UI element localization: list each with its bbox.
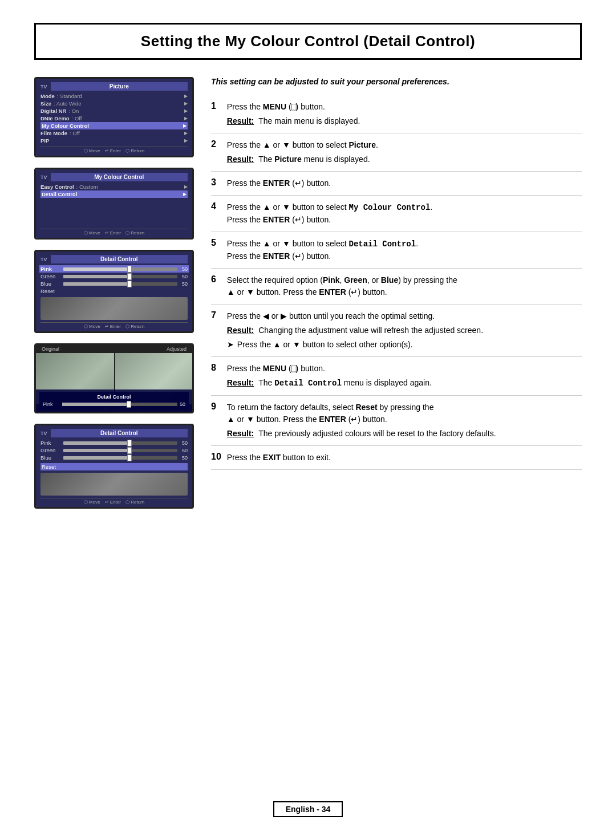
menu-row-size: Size : Auto Wide ▶	[40, 100, 188, 107]
step-9-content: To return the factory defaults, select R…	[227, 396, 582, 446]
tv-screen-1: TV Picture Mode : Standard ▶ Size : Auto…	[34, 77, 194, 157]
screen2-title: My Colour Control	[51, 173, 188, 181]
tv-label-3: TV	[40, 257, 47, 262]
menu-row-dnie: DNIe Demo : Off ▶	[40, 115, 188, 122]
content-area: TV Picture Mode : Standard ▶ Size : Auto…	[34, 77, 582, 509]
slider-pink: Pink 50	[39, 265, 189, 273]
step-5-content: Press the ▲ or ▼ button to select Detail…	[227, 232, 582, 269]
step-7-row: 7 Press the ◀ or ▶ button until you reac…	[211, 305, 582, 357]
steps-table: 1 Press the MENU (⎕) button. Result: The…	[211, 95, 582, 470]
tv-label-2: TV	[40, 175, 47, 180]
step-3-row: 3 Press the ENTER (↵) button.	[211, 172, 582, 196]
step-6-row: 6 Select the required option (Pink, Gree…	[211, 269, 582, 305]
screen3-title: Detail Control	[51, 255, 188, 263]
menu-row-filmmode: Film Mode : Off ▶	[40, 129, 188, 137]
intro-text: This setting can be adjusted to suit you…	[211, 77, 582, 86]
split-overlay: Detail Control Pink 50	[36, 389, 192, 412]
screen5-title: Detail Control	[51, 429, 188, 437]
step-10-content: Press the EXIT button to exit.	[227, 446, 582, 470]
step-3-num: 3	[211, 172, 227, 196]
tv-screen-5: TV Detail Control Pink 50 Green	[34, 424, 194, 509]
step-6-content: Select the required option (Pink, Green,…	[227, 269, 582, 305]
tv-label-5: TV	[40, 431, 47, 436]
step-4-row: 4 Press the ▲ or ▼ button to select My C…	[211, 196, 582, 232]
tv-screen-2: TV My Colour Control Easy Control : Cust…	[34, 168, 194, 240]
reset-label-3: Reset	[40, 287, 188, 295]
step-5-row: 5 Press the ▲ or ▼ button to select Deta…	[211, 232, 582, 269]
page-title: Setting the My Colour Control (Detail Co…	[50, 33, 566, 50]
bg-image-3	[40, 297, 188, 320]
right-column: This setting can be adjusted to suit you…	[211, 77, 582, 509]
screen5-footer: ⬡ Move ↵ Enter ⬡ Return	[40, 498, 188, 505]
step-1-content: Press the MENU (⎕) button. Result: The m…	[227, 95, 582, 133]
step-1-num: 1	[211, 95, 227, 133]
slider-green: Green 50	[40, 273, 188, 280]
step-1-row: 1 Press the MENU (⎕) button. Result: The…	[211, 95, 582, 133]
menu-row-easycontrol: Easy Control : Custom ▶	[40, 183, 188, 190]
menu-row-pip: PIP ▶	[40, 137, 188, 144]
footer-text: English - 34	[286, 805, 331, 814]
bg-image-5	[40, 473, 188, 496]
left-column: TV Picture Mode : Standard ▶ Size : Auto…	[34, 77, 194, 509]
step-2-content: Press the ▲ or ▼ button to select Pictur…	[227, 133, 582, 172]
menu-row-digitalnr: Digital NR : On ▶	[40, 107, 188, 115]
slider-blue-5: Blue 50	[40, 454, 188, 461]
step-7-num: 7	[211, 305, 227, 357]
title-box: Setting the My Colour Control (Detail Co…	[34, 23, 582, 60]
split-slider-pink: Pink 50	[43, 401, 185, 407]
step-8-content: Press the MENU (⎕) button. Result: The D…	[227, 357, 582, 396]
step-6-num: 6	[211, 269, 227, 305]
split-labels: Original Adjusted	[36, 345, 192, 353]
footer: English - 34	[34, 784, 582, 817]
step-5-num: 5	[211, 232, 227, 269]
menu-row-detailcontrol: Detail Control ▶	[40, 190, 188, 198]
slider-blue: Blue 50	[40, 280, 188, 287]
page: Setting the My Colour Control (Detail Co…	[0, 0, 616, 840]
tv-label-1: TV	[40, 84, 47, 90]
original-label: Original	[42, 346, 59, 352]
step-4-content: Press the ▲ or ▼ button to select My Col…	[227, 196, 582, 232]
screen1-title: Picture	[51, 82, 188, 91]
screen3-footer: ⬡ Move ↵ Enter ⬡ Return	[40, 322, 188, 329]
step-2-row: 2 Press the ▲ or ▼ button to select Pict…	[211, 133, 582, 172]
screen1-footer: ⬡ Move ↵ Enter ⬡ Return	[40, 147, 188, 153]
step-9-num: 9	[211, 396, 227, 446]
step-4-num: 4	[211, 196, 227, 232]
step-3-content: Press the ENTER (↵) button.	[227, 172, 582, 196]
step-7-content: Press the ◀ or ▶ button until you reach …	[227, 305, 582, 357]
reset-label-5-highlighted: Reset	[40, 463, 188, 470]
step-10-num: 10	[211, 446, 227, 470]
slider-green-5: Green 50	[40, 447, 188, 454]
step-10-row: 10 Press the EXIT button to exit.	[211, 446, 582, 470]
step-8-num: 8	[211, 357, 227, 396]
step-2-num: 2	[211, 133, 227, 172]
adjusted-label: Adjusted	[167, 346, 187, 352]
screen2-footer: ⬡ Move ↵ Enter ⬡ Return	[40, 229, 188, 236]
split-overlay-title: Detail Control	[43, 394, 185, 400]
footer-box: English - 34	[273, 801, 343, 817]
tv-screen-3: TV Detail Control Pink 50 Green	[34, 250, 194, 333]
menu-row-mycolour: My Colour Control ▶	[40, 122, 188, 129]
step-8-row: 8 Press the MENU (⎕) button. Result: The…	[211, 357, 582, 396]
slider-pink-5: Pink 50	[40, 439, 188, 447]
menu-row-mode: Mode : Standard ▶	[40, 92, 188, 100]
step-9-row: 9 To return the factory defaults, select…	[211, 396, 582, 446]
tv-screen-4: Original Adjusted Detail Control Pink	[34, 343, 194, 413]
